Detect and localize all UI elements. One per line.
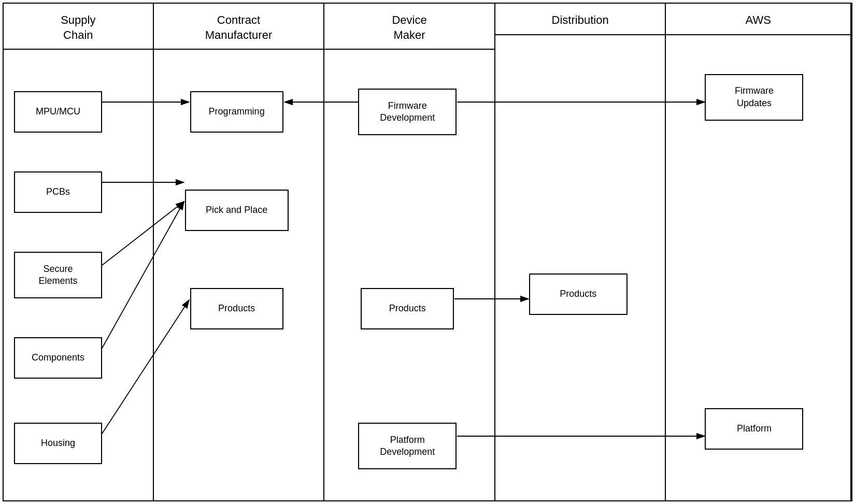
- distribution-header: Distribution: [495, 4, 665, 35]
- box-pickplace-label: Pick and Place: [206, 204, 267, 216]
- box-programming: Programming: [190, 91, 283, 133]
- aws-header: AWS: [666, 4, 850, 35]
- box-dm-products: Products: [361, 288, 454, 329]
- supply-chain-header: Supply Chain: [4, 4, 153, 50]
- box-housing: Housing: [14, 423, 102, 464]
- supply-chain-body: MPU/MCU PCBs Secure Elements Components …: [4, 50, 153, 500]
- box-components: Components: [14, 337, 102, 379]
- aws-body: Firmware Updates Platform: [666, 35, 850, 500]
- lane-contract-manufacturer: Contract Manufacturer Programming Pick a…: [154, 4, 325, 500]
- lane-device-maker: Device Maker Firmware Development Produc…: [324, 4, 495, 500]
- box-firmware-dev-label: Firmware Development: [380, 100, 435, 124]
- box-firmware-updates-label: Firmware Updates: [735, 85, 774, 109]
- box-platform-label: Platform: [737, 423, 772, 435]
- box-dist-products: Products: [529, 273, 628, 315]
- diagram: Supply Chain MPU/MCU PCBs Secure Element…: [3, 3, 852, 501]
- box-components-label: Components: [32, 352, 84, 364]
- box-mpu: MPU/MCU: [14, 91, 102, 133]
- box-platform: Platform: [705, 408, 803, 450]
- device-maker-header: Device Maker: [324, 4, 494, 50]
- box-dist-products-label: Products: [560, 288, 596, 300]
- box-pick-and-place: Pick and Place: [185, 190, 289, 231]
- box-programming-label: Programming: [209, 106, 265, 118]
- device-maker-body: Firmware Development Products Platform D…: [324, 50, 494, 500]
- box-firmware-development: Firmware Development: [358, 89, 457, 135]
- box-dm-products-label: Products: [389, 303, 426, 314]
- box-firmware-updates: Firmware Updates: [705, 74, 803, 121]
- distribution-body: Products: [495, 35, 665, 500]
- lane-aws: AWS Firmware Updates Platform: [666, 4, 851, 500]
- box-platform-development: Platform Development: [358, 423, 457, 469]
- box-secure-label: Secure Elements: [38, 263, 77, 287]
- box-cm-products: Products: [190, 288, 283, 329]
- box-secure-elements: Secure Elements: [14, 252, 102, 298]
- box-pcbs-label: PCBs: [46, 186, 70, 198]
- contract-manufacturer-header: Contract Manufacturer: [154, 4, 324, 50]
- box-platform-dev-label: Platform Development: [380, 434, 435, 458]
- lane-supply-chain: Supply Chain MPU/MCU PCBs Secure Element…: [4, 4, 154, 500]
- box-mpu-label: MPU/MCU: [36, 106, 80, 118]
- lane-distribution: Distribution Products: [495, 4, 666, 500]
- box-pcbs: PCBs: [14, 171, 102, 213]
- contract-manufacturer-body: Programming Pick and Place Products: [154, 50, 324, 500]
- box-cm-products-label: Products: [218, 303, 255, 314]
- box-housing-label: Housing: [41, 437, 75, 449]
